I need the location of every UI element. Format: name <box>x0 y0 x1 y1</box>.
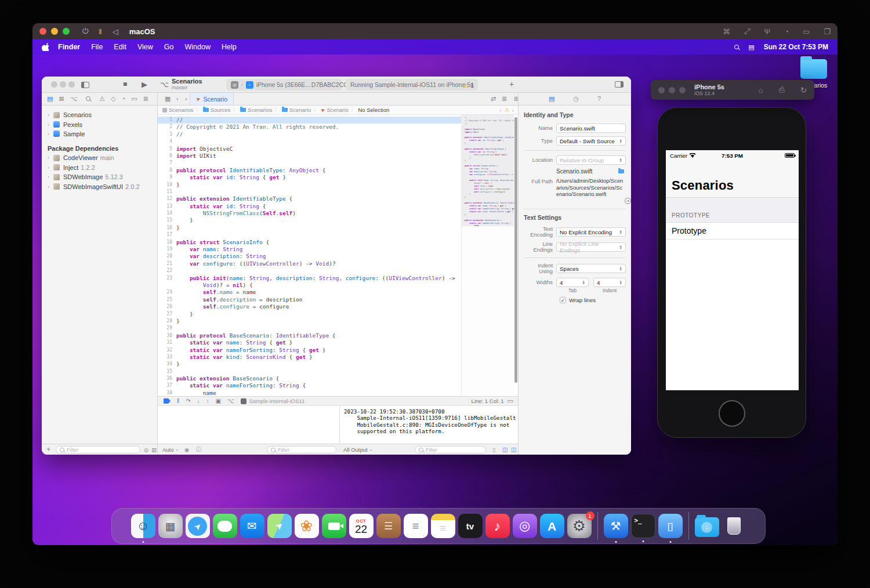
sim-zoom-button[interactable] <box>679 87 686 93</box>
browser-icon[interactable]: ◔ <box>784 27 789 36</box>
dock-simulator[interactable]: ▯ <box>658 514 683 538</box>
dock-terminal[interactable]: >_ <box>631 514 655 538</box>
source-control-status-icon[interactable]: ▥ <box>151 444 157 455</box>
editor-tab-scenario[interactable]: ➤ Scenario <box>190 93 234 105</box>
editor-options-icon[interactable]: ≣ <box>502 93 507 105</box>
disclosure-icon[interactable]: › <box>48 155 53 161</box>
vm-close-button[interactable] <box>39 28 46 35</box>
dock-music[interactable]: ♪ <box>485 514 510 538</box>
quicklook-icon[interactable]: ◉ <box>184 444 189 455</box>
table-row-prototype[interactable]: Prototype <box>666 223 799 239</box>
console-filter-field[interactable]: Filter <box>415 446 486 453</box>
step-out-icon[interactable]: ↑ <box>206 398 209 404</box>
add-filter-button[interactable]: + <box>46 444 50 455</box>
location-dropdown[interactable]: Relative to Group▲▼ <box>556 155 626 165</box>
navigator-item-scenarios[interactable]: ›Scenarios <box>42 110 157 119</box>
type-dropdown[interactable]: Default - Swift Source▲▼ <box>556 136 626 146</box>
breadcrumb-5[interactable]: No Selection <box>358 107 389 113</box>
history-inspector-icon[interactable]: ◷ <box>573 93 579 105</box>
view-hierarchy-icon[interactable]: ▣ <box>216 398 221 404</box>
windows-icon[interactable]: ❐ <box>824 27 831 36</box>
menu-bar-clock[interactable]: Sun 22 Oct 7:53 PM <box>764 43 828 51</box>
desktop-folder-icon[interactable] <box>800 59 827 79</box>
sim-minimize-button[interactable] <box>669 87 675 93</box>
menu-item-file[interactable]: File <box>91 43 103 51</box>
editor-minimap[interactable]: //// Copyright © 2021 An Tran. All right… <box>461 115 514 396</box>
quick-help-inspector-icon[interactable]: ? <box>597 93 601 105</box>
project-navigator-icon[interactable]: ▤ <box>47 93 53 105</box>
warning-status[interactable]: ⚠ 1 <box>463 80 474 90</box>
inspector-toggle-icon[interactable] <box>615 81 624 88</box>
disclosure-icon[interactable]: › <box>48 131 53 137</box>
dock-contacts[interactable]: ☰ <box>376 514 401 538</box>
home-button[interactable] <box>719 400 745 427</box>
vm-zoom-button[interactable] <box>63 28 70 35</box>
disclosure-icon[interactable]: › <box>48 184 53 190</box>
menu-item-window[interactable]: Window <box>184 43 210 51</box>
navigator-toggle-icon[interactable] <box>81 82 89 88</box>
usb-icon[interactable]: Ψ <box>764 27 770 36</box>
dock-reminders[interactable]: ≡ <box>404 514 428 538</box>
navigator-item-sample[interactable]: ›Sample <box>42 129 157 139</box>
recent-files-icon[interactable]: ◎ <box>144 444 148 455</box>
memory-graph-icon[interactable]: ⌥ <box>227 398 234 404</box>
sim-close-button[interactable] <box>658 87 665 93</box>
console-output[interactable]: 2023-10-22 19:52:30.387030+0700 Sample-I… <box>339 406 518 444</box>
disclosure-icon[interactable]: › <box>48 122 53 128</box>
shared-folder-icon[interactable]: ▭ <box>803 27 810 36</box>
code-review-icon[interactable]: ⇄ <box>491 93 496 105</box>
menu-item-finder[interactable]: Finder <box>58 43 80 51</box>
dock-appstore[interactable]: A <box>540 514 564 538</box>
xcode-minimize-button[interactable] <box>60 81 66 88</box>
breadcrumb-0[interactable]: Scenarios <box>162 107 193 113</box>
menu-item-view[interactable]: View <box>137 43 153 51</box>
menu-item-help[interactable]: Help <box>222 43 237 51</box>
wrap-lines-checkbox[interactable]: ✓ <box>560 297 566 303</box>
dock-finder[interactable]: ☺ <box>131 514 155 538</box>
dock-safari[interactable]: ➤ <box>186 514 210 538</box>
disclosure-icon[interactable]: › <box>48 112 53 118</box>
dock-calendar[interactable]: OCT22 <box>349 514 374 538</box>
variables-scope-selector[interactable]: Auto⌄ <box>162 444 179 455</box>
apple-menu-icon[interactable] <box>42 43 49 51</box>
dock-xcode[interactable]: ⚒ <box>604 514 628 538</box>
debug-navigator-icon[interactable]: ◔ <box>122 93 126 105</box>
dock-mail[interactable]: ✉ <box>240 514 264 538</box>
sim-home-icon[interactable]: ⌂ <box>759 86 763 95</box>
step-into-icon[interactable]: ↓ <box>197 398 200 404</box>
prev-issue-icon[interactable]: ‹ <box>500 107 502 114</box>
control-center-icon[interactable]: ▤ <box>748 43 754 51</box>
sim-rotate-icon[interactable]: ↻ <box>800 86 807 95</box>
command-key-icon[interactable]: ⌘ <box>723 27 730 36</box>
pause-icon[interactable]: ‖ <box>177 398 179 404</box>
dock-notes[interactable]: ≡ <box>431 514 455 538</box>
report-navigator-icon[interactable]: ≣ <box>143 93 148 105</box>
symbol-navigator-icon[interactable]: ⌥ <box>70 93 78 105</box>
navigator-item-pexels[interactable]: ›Pexels <box>42 119 157 129</box>
breadcrumb-1[interactable]: Sources <box>203 107 231 113</box>
jump-bar[interactable]: Scenarios〉Sources〉Scenarios〉Scenario〉➤Sc… <box>158 106 518 115</box>
spotlight-search-icon[interactable] <box>734 45 739 49</box>
name-field[interactable]: Scenario.swift <box>556 124 626 133</box>
jumpbar-warning-icon[interactable]: ⚠ <box>505 107 509 113</box>
xcode-zoom-button[interactable] <box>68 81 75 88</box>
source-control-navigator-icon[interactable]: ⊠ <box>59 93 64 105</box>
info-icon[interactable]: ⓘ <box>196 444 202 455</box>
indent-using-dropdown[interactable]: Spaces▲▼ <box>556 264 626 273</box>
indent-width-stepper[interactable]: 4▲▼ <box>593 278 626 287</box>
dock-messages[interactable] <box>213 514 237 538</box>
next-issue-icon[interactable]: › <box>512 107 514 114</box>
editor-scrollbar[interactable] <box>514 117 517 383</box>
breadcrumb-2[interactable]: Scenarios <box>240 107 272 113</box>
dock-maps[interactable]: ➤ <box>267 514 292 538</box>
dock-facetime[interactable] <box>322 514 346 538</box>
file-inspector-icon[interactable]: ▤ <box>549 93 554 105</box>
breakpoint-navigator-icon[interactable]: ▭ <box>131 93 137 105</box>
menu-item-go[interactable]: Go <box>164 43 174 51</box>
show-console-pane-icon[interactable]: ◫ <box>511 444 516 455</box>
navigator-item-codeviewer[interactable]: ›CodeViewermain <box>42 153 157 162</box>
console-scope-selector[interactable]: All Output⌄ <box>343 444 373 455</box>
choose-folder-icon[interactable] <box>618 169 624 173</box>
resize-icon[interactable]: ⤢ <box>744 27 750 36</box>
test-navigator-icon[interactable]: ◇ <box>111 93 115 105</box>
